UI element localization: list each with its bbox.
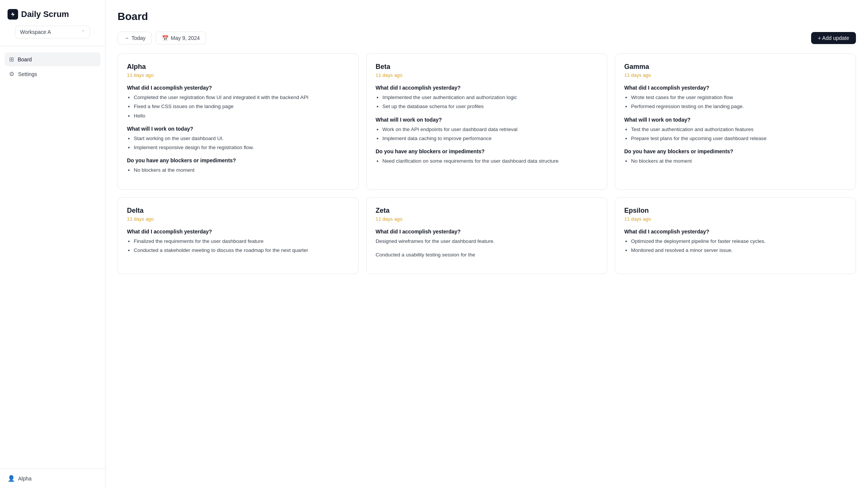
section-list: Start working on the user dashboard UI.I…: [127, 135, 349, 152]
list-item: Wrote test cases for the user registrati…: [631, 94, 847, 101]
section-list: Completed the user registration flow UI …: [127, 94, 349, 120]
card-time: 11 days ago: [624, 216, 847, 222]
card-name: Delta: [127, 207, 349, 215]
section-list: Finalized the requirements for the user …: [127, 238, 349, 255]
page-title: Board: [118, 11, 856, 23]
section-list: No blockers at the moment: [624, 157, 847, 165]
section-list: Wrote test cases for the user registrati…: [624, 94, 847, 111]
card-name: Zeta: [376, 207, 598, 215]
card-gamma: Gamma11 days agoWhat did I accomplish ye…: [615, 53, 856, 190]
section-title: Do you have any blockers or impediments?: [376, 148, 598, 154]
section-list: No blockers at the moment: [127, 166, 349, 174]
list-item: No blockers at the moment: [134, 166, 349, 174]
card-name: Gamma: [624, 63, 847, 71]
list-item: Test the user authentication and authori…: [631, 126, 847, 133]
card-name: Beta: [376, 63, 598, 71]
sidebar-footer: 👤 Alpha: [0, 468, 105, 488]
card-time: 11 days ago: [127, 216, 349, 222]
sidebar-header: Daily Scrum Workspace A ⌃: [0, 0, 105, 46]
card-epsilon: Epsilon11 days agoWhat did I accomplish …: [615, 197, 856, 274]
section-list: Optimized the deployment pipeline for fa…: [624, 238, 847, 255]
list-item: Implemented the user authentication and …: [382, 94, 598, 101]
list-item: Start working on the user dashboard UI.: [134, 135, 349, 142]
sidebar-nav: ⊞ Board ⚙ Settings: [0, 46, 105, 468]
section-title: What did I accomplish yesterday?: [127, 85, 349, 91]
sidebar: Daily Scrum Workspace A ⌃ ⊞ Board ⚙ Sett…: [0, 0, 105, 488]
list-item: Work on the API endpoints for user dashb…: [382, 126, 598, 133]
list-item: Fixed a few CSS issues on the landing pa…: [134, 103, 349, 110]
list-item: Implement data caching to improve perfor…: [382, 135, 598, 142]
section-title: Do you have any blockers or impediments?: [624, 148, 847, 154]
list-item: Finalized the requirements for the user …: [134, 238, 349, 245]
list-item: Performed regression testing on the land…: [631, 103, 847, 110]
section-list: Work on the API endpoints for user dashb…: [376, 126, 598, 143]
arrow-right-icon: →: [124, 35, 129, 41]
section-list: Implemented the user authentication and …: [376, 94, 598, 111]
user-icon: 👤: [8, 475, 15, 482]
card-time: 11 days ago: [376, 72, 598, 78]
list-item: Conducted a stakeholder meeting to discu…: [134, 247, 349, 254]
sidebar-item-board[interactable]: ⊞ Board: [5, 52, 101, 66]
card-time: 11 days ago: [376, 216, 598, 222]
chevron-down-icon: ⌃: [81, 29, 85, 35]
add-update-button[interactable]: + Add update: [811, 32, 856, 44]
today-button[interactable]: → Today: [118, 32, 152, 44]
list-item: Set up the database schema for user prof…: [382, 103, 598, 110]
section-title: What did I accomplish yesterday?: [127, 229, 349, 235]
card-time: 11 days ago: [127, 72, 349, 78]
calendar-icon: 📅: [162, 35, 168, 41]
date-button[interactable]: 📅 May 9, 2024: [156, 32, 206, 44]
toolbar: → Today 📅 May 9, 2024 + Add update: [118, 32, 856, 44]
section-text: Conducted a usability testing session fo…: [376, 251, 598, 259]
card-name: Alpha: [127, 63, 349, 71]
section-title: What did I accomplish yesterday?: [376, 229, 598, 235]
list-item: Monitored and resolved a minor server is…: [631, 247, 847, 254]
section-title: What will I work on today?: [376, 117, 598, 123]
section-list: Need clarification on some requirements …: [376, 157, 598, 165]
board-icon: ⊞: [9, 56, 14, 63]
app-icon: [8, 9, 18, 20]
toolbar-left: → Today 📅 May 9, 2024: [118, 32, 206, 44]
list-item: Optimized the deployment pipeline for fa…: [631, 238, 847, 245]
section-title: Do you have any blockers or impediments?: [127, 157, 349, 163]
card-delta: Delta11 days agoWhat did I accomplish ye…: [118, 197, 359, 274]
section-title: What will I work on today?: [127, 126, 349, 132]
card-time: 11 days ago: [624, 72, 847, 78]
section-title: What did I accomplish yesterday?: [376, 85, 598, 91]
section-title: What did I accomplish yesterday?: [624, 85, 847, 91]
section-title: What did I accomplish yesterday?: [624, 229, 847, 235]
sidebar-item-settings[interactable]: ⚙ Settings: [5, 67, 101, 81]
list-item: Completed the user registration flow UI …: [134, 94, 349, 101]
main-content: Board → Today 📅 May 9, 2024 + Add update…: [105, 0, 868, 488]
settings-icon: ⚙: [9, 70, 14, 78]
section-text: Designed wireframes for the user dashboa…: [376, 238, 598, 245]
card-name: Epsilon: [624, 207, 847, 215]
list-item: Hello: [134, 112, 349, 120]
card-alpha: Alpha11 days agoWhat did I accomplish ye…: [118, 53, 359, 190]
section-list: Test the user authentication and authori…: [624, 126, 847, 143]
section-title: What will I work on today?: [624, 117, 847, 123]
list-item: Implement responsive design for the regi…: [134, 144, 349, 151]
board-grid: Alpha11 days agoWhat did I accomplish ye…: [118, 53, 856, 274]
app-title: Daily Scrum: [8, 9, 98, 20]
card-zeta: Zeta11 days agoWhat did I accomplish yes…: [366, 197, 607, 274]
workspace-selector[interactable]: Workspace A ⌃: [15, 26, 90, 38]
list-item: Need clarification on some requirements …: [382, 157, 598, 165]
list-item: Prepare test plans for the upcoming user…: [631, 135, 847, 142]
card-beta: Beta11 days agoWhat did I accomplish yes…: [366, 53, 607, 190]
list-item: No blockers at the moment: [631, 157, 847, 165]
